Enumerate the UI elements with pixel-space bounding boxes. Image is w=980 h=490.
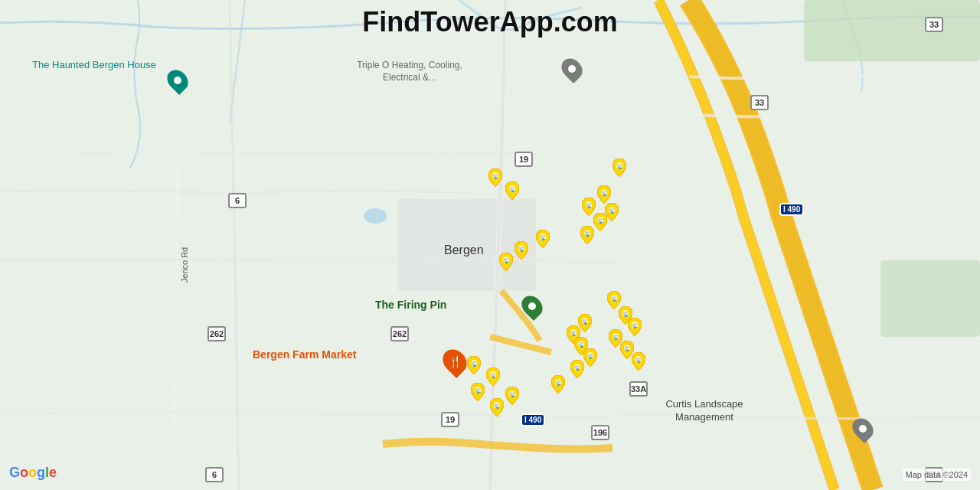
rt6-bot-shield: 6 — [205, 467, 224, 482]
svg-text:📡: 📡 — [635, 357, 642, 364]
tower-pin[interactable]: 📡 — [467, 356, 481, 374]
svg-text:📡: 📡 — [555, 380, 562, 387]
tower-pin[interactable]: 📡 — [628, 318, 642, 336]
rt196-shield: 196 — [591, 425, 609, 440]
svg-text:📡: 📡 — [609, 207, 616, 214]
rt262-shield: 262 — [207, 326, 226, 341]
tower-pin[interactable]: 📡 — [593, 213, 607, 231]
tower-pin[interactable]: 📡 — [632, 352, 645, 371]
i490-bot-shield: I 490 — [521, 413, 545, 426]
svg-text:📡: 📡 — [509, 391, 516, 398]
svg-text:📡: 📡 — [518, 246, 525, 253]
svg-rect-2 — [880, 260, 980, 337]
rt19-top-shield: 19 — [514, 152, 533, 167]
svg-text:📡: 📡 — [597, 217, 604, 224]
rt33a-shield: 33A — [629, 381, 648, 397]
svg-text:📡: 📡 — [612, 334, 619, 341]
svg-text:📡: 📡 — [490, 372, 497, 379]
tower-pin[interactable]: 📡 — [490, 398, 504, 416]
tower-pin[interactable]: 📡 — [597, 185, 611, 204]
bergen-farm-pin[interactable]: 🍴 — [444, 348, 466, 374]
svg-text:📡: 📡 — [601, 190, 608, 197]
tower-pin[interactable]: 📡 — [536, 230, 550, 248]
firing-pin-pin[interactable] — [523, 295, 541, 318]
tower-pin[interactable]: 📡 — [488, 168, 502, 187]
tower-pin[interactable]: 📡 — [499, 253, 513, 271]
svg-text:📡: 📡 — [587, 353, 594, 360]
svg-text:📡: 📡 — [632, 322, 639, 329]
bergen-town-label: Bergen — [444, 243, 484, 257]
tower-pin[interactable]: 📡 — [551, 375, 565, 394]
svg-point-4 — [364, 208, 387, 224]
rt6-shield: 6 — [228, 193, 247, 208]
map-attribution: Map data ©2024 — [903, 469, 972, 481]
svg-text:📡: 📡 — [622, 311, 629, 318]
tower-pin[interactable]: 📡 — [505, 181, 519, 200]
svg-text:📡: 📡 — [492, 173, 499, 180]
svg-text:📡: 📡 — [503, 257, 510, 264]
svg-rect-1 — [804, 0, 980, 61]
tower-pin[interactable]: 📡 — [486, 368, 500, 386]
haunted-bergen-pin[interactable] — [168, 69, 187, 92]
svg-text:📡: 📡 — [475, 387, 482, 394]
rt19-bot-shield: 19 — [441, 412, 459, 427]
svg-text:📡: 📡 — [584, 230, 591, 237]
tower-pin[interactable]: 📡 — [505, 387, 519, 405]
svg-text:📡: 📡 — [494, 403, 501, 410]
google-logo: Google — [9, 465, 57, 481]
svg-text:📡: 📡 — [582, 318, 589, 325]
svg-text:📡: 📡 — [611, 296, 618, 302]
svg-text:📡: 📡 — [540, 234, 547, 241]
tower-pin[interactable]: 📡 — [580, 226, 594, 244]
rt33-mid-shield: 33 — [750, 95, 769, 110]
svg-text:📡: 📡 — [616, 163, 623, 170]
map-container[interactable]: FindTowerApp.com The Haunted Bergen Hous… — [0, 0, 980, 490]
svg-text:📡: 📡 — [570, 330, 577, 337]
tower-pin[interactable]: 📡 — [570, 360, 584, 378]
haunted-bergen-label: The Haunted Bergen House — [32, 59, 156, 72]
tower-pin[interactable]: 📡 — [583, 348, 597, 367]
tower-pin[interactable]: 📡 — [612, 158, 626, 177]
triple-o-label: Triple O Heating, Cooling, Electrical &.… — [352, 60, 467, 83]
tower-pin[interactable]: 📡 — [471, 383, 485, 401]
i490-top-shield: I 490 — [779, 203, 804, 216]
site-title: FindTowerApp.com — [362, 6, 617, 38]
bergen-farm-label: Bergen Farm Market — [253, 348, 356, 361]
curtis-label: Curtis Landscape Management — [658, 398, 750, 424]
svg-text:📡: 📡 — [586, 202, 593, 209]
svg-text:📡: 📡 — [624, 345, 631, 352]
triple-o-pin[interactable] — [563, 57, 581, 80]
jerico-road-label: Jerico Rd — [180, 247, 189, 283]
firing-pin-label: The Firing Pin — [375, 299, 446, 311]
tower-pin[interactable]: 📡 — [514, 241, 528, 260]
svg-text:📡: 📡 — [574, 364, 581, 371]
curtis-pin[interactable] — [854, 417, 872, 440]
svg-text:📡: 📡 — [471, 361, 478, 368]
svg-text:📡: 📡 — [509, 186, 516, 193]
rt262b-shield: 262 — [390, 326, 409, 341]
rt33-top-shield: 33 — [925, 17, 943, 32]
svg-text:📡: 📡 — [578, 341, 585, 348]
